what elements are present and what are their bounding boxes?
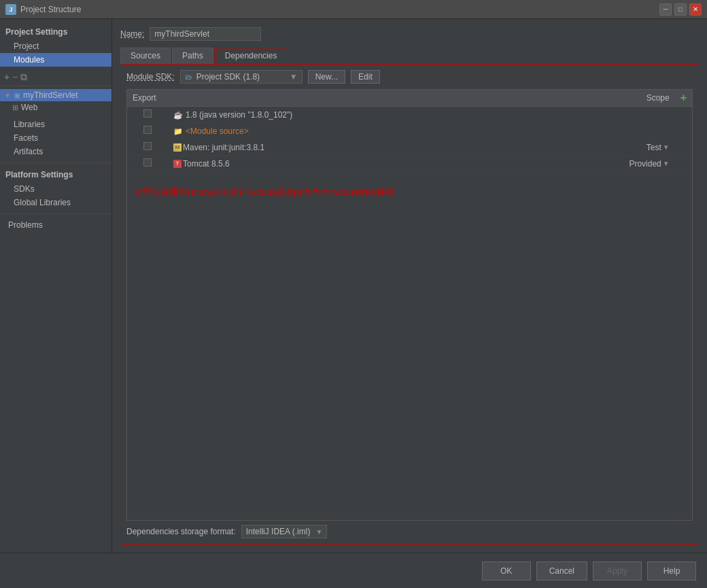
dep-name-cell: MMaven: junit:junit:3.8.1	[168, 139, 607, 156]
expand-arrow: ▼	[4, 92, 11, 99]
right-panel: Name: Sources Paths Dependencies Mo	[112, 19, 707, 553]
name-row: Name:	[120, 27, 699, 41]
content-area: Project Settings Project Modules + − ⧉ ▼…	[0, 19, 707, 553]
sdk-icon: ☕	[173, 111, 183, 119]
sidebar-item-sdks[interactable]: SDKs	[0, 182, 111, 196]
sdk-dropdown[interactable]: 🗁 Project SDK (1.8) ▼	[180, 70, 303, 84]
dep-name: Tomcat 8.5.6	[183, 159, 230, 169]
table-row: ☕1.8 (java version "1.8.0_102")	[127, 107, 692, 123]
sidebar-item-artifacts[interactable]: Artifacts	[0, 145, 111, 158]
scope-cell: Provided▼	[607, 156, 675, 172]
platform-settings-label: Platform Settings	[0, 167, 111, 182]
storage-row: Dependencies storage format: IntelliJ ID…	[126, 525, 693, 538]
module-icon: ▣	[14, 91, 20, 100]
new-button[interactable]: New...	[308, 70, 345, 84]
tree-node-web[interactable]: ⊞ Web	[0, 101, 111, 114]
apply-button[interactable]: Apply	[593, 561, 642, 581]
dep-name: Maven: junit:junit:3.8.1	[183, 143, 264, 152]
app-icon: J	[5, 4, 16, 15]
name-label: Name:	[120, 29, 144, 39]
sdk-label: Module SDK:	[126, 72, 175, 82]
export-checkbox[interactable]	[143, 109, 152, 118]
scope-cell: Test▼	[607, 139, 675, 156]
sidebar-item-global-libraries[interactable]: Global Libraries	[0, 196, 111, 209]
tab-sources[interactable]: Sources	[120, 48, 171, 64]
table-row: TTomcat 8.5.6Provided▼	[127, 156, 692, 172]
storage-dropdown[interactable]: IntelliJ IDEA (.iml) ▼	[241, 525, 328, 538]
add-dependency-icon[interactable]: +	[680, 92, 687, 103]
dep-name: <Module source>	[186, 126, 249, 136]
project-settings-label: Project Settings	[0, 24, 111, 39]
scope-column-header: Scope	[607, 90, 675, 107]
sdk-value: Project SDK (1.8)	[196, 72, 260, 82]
table-row: 📁<Module source>	[127, 123, 692, 139]
dependencies-panel: Module SDK: 🗁 Project SDK (1.8) ▼ New...…	[120, 64, 699, 544]
tomcat-icon: T	[173, 160, 182, 168]
module-name: myThirdServlet	[23, 90, 78, 100]
scope-dropdown-arrow[interactable]: ▼	[663, 160, 670, 167]
dependencies-table-container: Export Scope +	[126, 89, 693, 521]
title-text: Project Structure	[20, 5, 81, 14]
scope-dropdown-arrow[interactable]: ▼	[663, 143, 670, 151]
dependencies-table: Export Scope +	[127, 90, 692, 172]
dep-name: 1.8 (java version "1.8.0_102")	[186, 110, 292, 120]
sidebar-item-facets[interactable]: Facets	[0, 131, 111, 145]
maximize-button[interactable]: □	[674, 3, 687, 16]
add-column-header[interactable]: +	[675, 90, 692, 107]
sidebar-item-project[interactable]: Project	[0, 39, 111, 53]
sidebar-separator-2	[0, 213, 111, 214]
dep-name-cell: TTomcat 8.5.6	[168, 156, 607, 172]
maven-icon: M	[173, 143, 182, 152]
tab-paths[interactable]: Paths	[172, 48, 213, 64]
main-container: Project Settings Project Modules + − ⧉ ▼…	[0, 19, 707, 588]
table-row: MMaven: junit:junit:3.8.1Test▼	[127, 139, 692, 156]
export-column-header: Export	[127, 90, 168, 107]
folder-icon: 📁	[173, 127, 183, 135]
title-controls: ─ □ ✕	[659, 3, 702, 16]
dep-name-cell: ☕1.8 (java version "1.8.0_102")	[168, 107, 607, 123]
sidebar-separator	[0, 162, 111, 163]
sdk-folder-icon: 🗁	[185, 73, 192, 81]
storage-dropdown-arrow: ▼	[315, 528, 322, 536]
web-label: Web	[21, 103, 37, 112]
add-button[interactable]: +	[4, 72, 10, 82]
scope-cell	[607, 123, 675, 139]
edit-button[interactable]: Edit	[351, 70, 380, 84]
sidebar-item-problems[interactable]: Problems	[0, 218, 111, 232]
title-bar-left: J Project Structure	[5, 4, 81, 15]
minimize-button[interactable]: ─	[659, 3, 672, 16]
help-button[interactable]: Help	[647, 561, 696, 581]
storage-value: IntelliJ IDEA (.iml)	[246, 527, 311, 536]
tree-node-myThirdServlet[interactable]: ▼ ▣ myThirdServlet	[0, 89, 111, 101]
cancel-button[interactable]: Cancel	[536, 561, 587, 581]
scope-value: Provided	[629, 159, 661, 169]
tabs-row: Sources Paths Dependencies	[120, 48, 699, 64]
dep-name-cell: 📁<Module source>	[168, 123, 607, 139]
web-icon: ⊞	[12, 103, 18, 112]
bottom-bar: OK Cancel Apply Help	[0, 553, 707, 588]
storage-label: Dependencies storage format:	[126, 527, 236, 536]
copy-button[interactable]: ⧉	[20, 72, 27, 82]
module-tree: + − ⧉ ▼ ▣ myThirdServlet ⊞ Web	[0, 67, 111, 118]
sidebar: Project Settings Project Modules + − ⧉ ▼…	[0, 19, 112, 553]
close-button[interactable]: ✕	[689, 3, 702, 16]
annotation-text: 这里选择哪些library或者其它module或者jar作为本module的依赖…	[127, 172, 692, 213]
sidebar-item-modules[interactable]: Modules	[0, 53, 111, 67]
sidebar-item-libraries[interactable]: Libraries	[0, 118, 111, 131]
export-checkbox[interactable]	[143, 158, 152, 167]
export-checkbox[interactable]	[143, 126, 152, 134]
name-column-header	[168, 90, 607, 107]
scope-cell	[607, 107, 675, 123]
remove-button[interactable]: −	[12, 72, 18, 82]
scope-value: Test	[646, 143, 661, 152]
tab-dependencies[interactable]: Dependencies	[215, 48, 288, 64]
sidebar-toolbar: + − ⧉	[0, 71, 111, 86]
ok-button[interactable]: OK	[482, 561, 531, 581]
sdk-dropdown-arrow: ▼	[290, 72, 298, 82]
export-checkbox[interactable]	[143, 142, 152, 150]
table-header-row: Export Scope +	[127, 90, 692, 107]
name-input[interactable]	[150, 27, 261, 41]
title-bar: J Project Structure ─ □ ✕	[0, 0, 707, 19]
sdk-row: Module SDK: 🗁 Project SDK (1.8) ▼ New...…	[126, 70, 693, 84]
